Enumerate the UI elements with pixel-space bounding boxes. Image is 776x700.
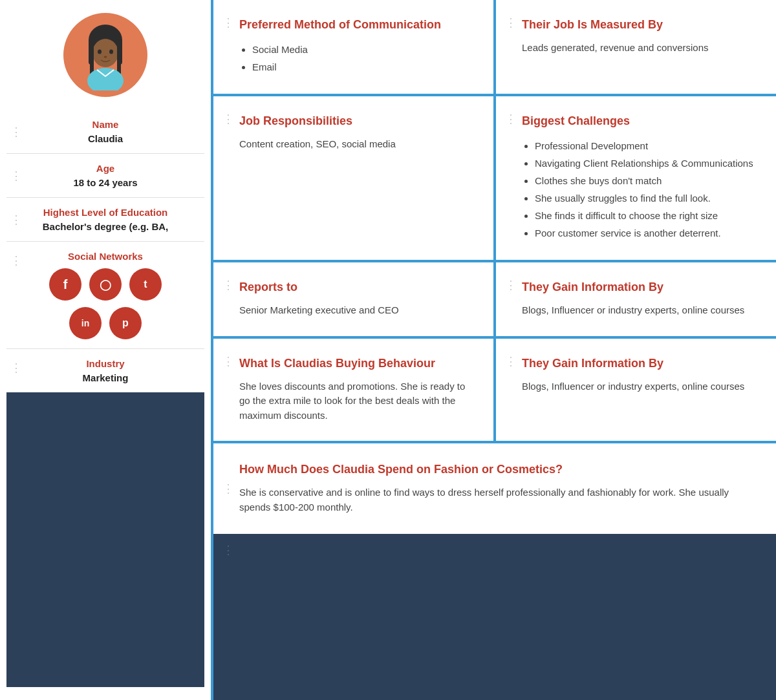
sidebar: Name Claudia Age 18 to 24 years Highest … — [0, 0, 213, 700]
industry-value: Marketing — [13, 372, 198, 383]
twitter-icon[interactable]: t — [129, 268, 162, 301]
info-title: They Gain Information By — [522, 281, 757, 294]
social-icons-row2: in p — [13, 307, 198, 339]
age-label: Age — [13, 163, 198, 174]
grid-row-3: Reports to Senior Marketing executive an… — [213, 262, 776, 339]
facebook-icon[interactable]: f — [49, 268, 81, 301]
grid-row-1: Preferred Method of Communication Social… — [213, 0, 776, 96]
name-label: Name — [13, 119, 198, 130]
list-item: Email — [252, 58, 474, 76]
job-measured-cell: Their Job Is Measured By Leads generated… — [493, 0, 776, 94]
reports-text: Senior Marketing executive and CEO — [239, 303, 474, 318]
grid-row-4: What Is Claudias Buying Behaviour She lo… — [213, 339, 776, 444]
industry-section: Industry Marketing — [6, 349, 204, 392]
name-value: Claudia — [13, 133, 198, 144]
job-measured-text: Leads generated, revenue and conversions — [522, 41, 757, 56]
list-item: Professional Development — [535, 137, 757, 154]
education-label: Highest Level of Education — [13, 207, 198, 218]
buying-text: She loves discounts and promotions. She … — [239, 379, 474, 423]
gain-info-text: Blogs, Influencer or industry experts, o… — [522, 379, 757, 394]
comm-cell: Preferred Method of Communication Social… — [213, 0, 493, 94]
buying-cell: What Is Claudias Buying Behaviour She lo… — [213, 339, 493, 441]
comm-list: Social Media Email — [239, 41, 474, 76]
list-item: Navigating Client Relationships & Commun… — [535, 154, 757, 172]
name-section: Name Claudia — [6, 110, 204, 154]
social-icons-row1: f ◯ t — [13, 268, 198, 301]
education-value: Bachelor's degree (e.g. BA, — [13, 221, 198, 232]
svg-point-8 — [109, 50, 113, 54]
job-resp-title: Job Responsibilities — [239, 114, 474, 128]
job-resp-text: Content creation, SEO, social media — [239, 137, 474, 152]
pinterest-icon[interactable]: p — [109, 307, 142, 339]
industry-label: Industry — [13, 358, 198, 369]
list-item: She usually struggles to find the full l… — [535, 189, 757, 207]
main-grid: Preferred Method of Communication Social… — [213, 0, 776, 700]
job-measured-title: Their Job Is Measured By — [522, 18, 757, 32]
list-item: Poor customer service is another deterre… — [535, 224, 757, 242]
social-label: Social Networks — [13, 251, 198, 262]
list-item: Clothes she buys don't match — [535, 172, 757, 189]
grid-row-2: Job Responsibilities Content creation, S… — [213, 96, 776, 262]
list-item: Social Media — [252, 41, 474, 58]
spend-text: She is conservative and is online to fin… — [239, 485, 750, 514]
footer-bg: ⋮ — [213, 534, 776, 700]
comm-title: Preferred Method of Communication — [239, 18, 474, 32]
linkedin-icon[interactable]: in — [69, 307, 102, 339]
age-value: 18 to 24 years — [13, 177, 198, 188]
svg-point-2 — [92, 39, 118, 67]
challenges-title: Biggest Challenges — [522, 114, 757, 128]
list-item: She finds it difficult to choose the rig… — [535, 207, 757, 224]
svg-point-7 — [98, 50, 102, 54]
info-cell: They Gain Information By Blogs, Influenc… — [493, 262, 776, 336]
challenges-list: Professional Development Navigating Clie… — [522, 137, 757, 242]
spend-section: How Much Does Claudia Spend on Fashion o… — [213, 443, 776, 534]
gain-info-cell: They Gain Information By Blogs, Influenc… — [493, 339, 776, 441]
education-section: Highest Level of Education Bachelor's de… — [6, 198, 204, 242]
spend-title: How Much Does Claudia Spend on Fashion o… — [239, 463, 750, 476]
age-section: Age 18 to 24 years — [6, 154, 204, 198]
buying-title: What Is Claudias Buying Behaviour — [239, 357, 474, 370]
instagram-icon[interactable]: ◯ — [89, 268, 122, 301]
sidebar-bg — [6, 392, 204, 687]
job-resp-cell: Job Responsibilities Content creation, S… — [213, 96, 493, 260]
gain-info-title: They Gain Information By — [522, 357, 757, 370]
challenges-cell: Biggest Challenges Professional Developm… — [493, 96, 776, 260]
reports-title: Reports to — [239, 281, 474, 294]
info-text: Blogs, Influencer or industry experts, o… — [522, 303, 757, 318]
avatar — [63, 13, 147, 97]
svg-point-9 — [104, 56, 107, 58]
reports-cell: Reports to Senior Marketing executive an… — [213, 262, 493, 336]
social-section: Social Networks f ◯ t in p — [6, 242, 204, 349]
avatar-illustration — [70, 19, 141, 90]
